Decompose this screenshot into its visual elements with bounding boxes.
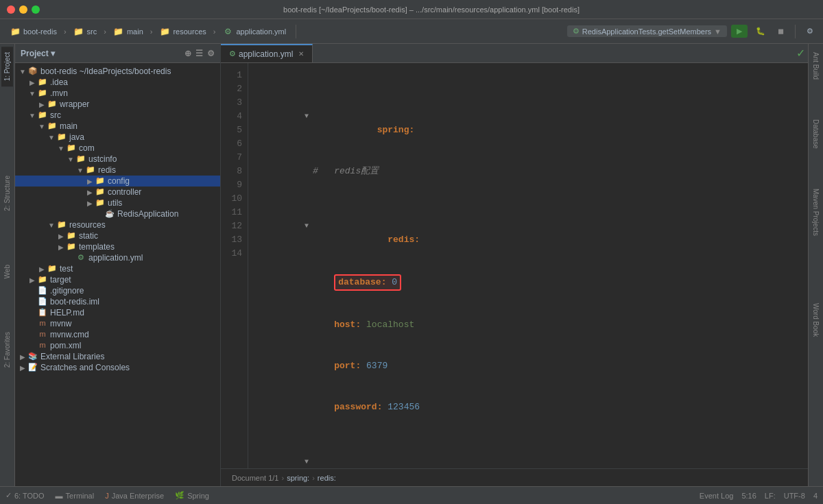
- tree-item-idea[interactable]: ▶ 📁 .idea: [15, 77, 220, 88]
- code-line-4: ▼ redis:: [259, 192, 797, 261]
- java-enterprise-button[interactable]: J Java Enterprise: [105, 492, 164, 500]
- cursor-position: 5:16: [741, 492, 756, 500]
- tree-item-src[interactable]: ▼ 📁 src: [15, 110, 220, 121]
- tree-item-gitignore[interactable]: ▶ 📄 .gitignore: [15, 285, 220, 296]
- run-button[interactable]: ▶: [731, 25, 748, 38]
- toolbar-src[interactable]: 📁 src: [69, 25, 102, 38]
- tree-item-config[interactable]: ▶ 📁 config: [15, 176, 220, 187]
- tree-item-controller[interactable]: ▶ 📁 controller: [15, 187, 220, 197]
- toolbar-main[interactable]: 📁 main: [109, 25, 147, 38]
- tree-item-pom[interactable]: ▶ m pom.xml: [15, 340, 220, 351]
- tree-item-static[interactable]: ▶ 📁 static: [15, 230, 220, 241]
- yaml-icon-toolbar: ⚙: [222, 26, 233, 37]
- sidebar-item-project[interactable]: 1: Project: [1, 47, 13, 86]
- toolbar-boot-redis[interactable]: 📁 boot-redis: [5, 25, 61, 38]
- tree-item-mvn[interactable]: ▼ 📁 .mvn: [15, 88, 220, 99]
- tab-close-button[interactable]: ✕: [298, 50, 304, 58]
- folder-icon-redis: 📁: [85, 165, 96, 175]
- encoding-indicator[interactable]: UTF-8: [784, 492, 805, 500]
- tree-item-test[interactable]: ▶ 📁 test: [15, 263, 220, 274]
- tree-item-target[interactable]: ▶ 📁 target: [15, 274, 220, 285]
- status-left-section: ✓ 6: TODO ▬ Terminal J Java Enterprise 🌿…: [5, 491, 689, 500]
- tree-item-wrapper[interactable]: ▶ 📁 wrapper: [15, 99, 220, 110]
- collapse-icon[interactable]: ☰: [195, 49, 203, 58]
- tree-arrow-utils: ▶: [85, 200, 95, 207]
- debug-button[interactable]: 🐛: [752, 25, 770, 37]
- tree-item-iml[interactable]: ▶ 📄 boot-redis.iml: [15, 296, 220, 307]
- minimize-button[interactable]: [19, 5, 27, 14]
- folder-icon-java: 📁: [56, 132, 67, 142]
- tree-item-application-yml[interactable]: ▶ ⚙ application.yml: [15, 252, 220, 263]
- event-log-button[interactable]: Event Log: [700, 492, 734, 500]
- folder-icon-config: 📁: [95, 176, 106, 186]
- tree-arrow-target: ▶: [27, 276, 37, 284]
- sidebar-item-web[interactable]: Web: [1, 259, 13, 284]
- yaml-file-icon: ⚙: [75, 253, 86, 263]
- folder-icon: 📁: [10, 26, 21, 37]
- tree-item-templates[interactable]: ▶ 📁 templates: [15, 241, 220, 252]
- spring-button[interactable]: 🌿 Spring: [175, 491, 209, 500]
- toolbar-yml[interactable]: ⚙ application.yml: [218, 25, 290, 38]
- folder-icon-test: 📁: [47, 264, 58, 274]
- line-separator[interactable]: LF:: [765, 492, 776, 500]
- tree-arrow-mvn: ▼: [27, 90, 37, 97]
- line-num-2: 2: [221, 82, 242, 96]
- sidebar-item-structure[interactable]: 2: Structure: [1, 170, 13, 217]
- tree-item-utils[interactable]: ▶ 📁 utils: [15, 197, 220, 208]
- stop-icon: ◼: [778, 27, 784, 36]
- project-tree: ▼ 📦 boot-redis ~/IdeaProjects/boot-redis…: [15, 63, 220, 486]
- run-config-icon: ⚙: [573, 27, 580, 36]
- toolbar-resources[interactable]: 📁 resources: [155, 25, 210, 38]
- editor-tabs: ⚙ application.yml ✕ ✓: [221, 44, 808, 63]
- bottom-statusbar: ✓ 6: TODO ▬ Terminal J Java Enterprise 🌿…: [0, 486, 823, 504]
- project-title: Project ▾: [21, 49, 184, 58]
- folder-icon-resources: 📁: [56, 220, 67, 230]
- tree-item-resources[interactable]: ▼ 📁 resources: [15, 219, 220, 230]
- tree-arrow-resources: ▼: [47, 221, 56, 229]
- tree-arrow-redis: ▼: [75, 167, 85, 174]
- window-controls[interactable]: [7, 5, 40, 14]
- run-config-selector[interactable]: ⚙ RedisApplicationTests.getSetMembers ▼: [567, 25, 727, 37]
- right-tab-wordbook[interactable]: Word Book: [810, 298, 822, 342]
- tree-item-mvnw[interactable]: ▶ m mvnw: [15, 318, 220, 329]
- breadcrumb-spring[interactable]: spring:: [287, 474, 309, 482]
- tree-arrow-templates: ▶: [56, 243, 66, 251]
- breadcrumb-redis[interactable]: redis:: [318, 474, 336, 482]
- toolbar-separator-2: [795, 25, 796, 38]
- maximize-button[interactable]: [32, 5, 40, 14]
- folder-icon-templates: 📁: [66, 242, 77, 252]
- close-button[interactable]: [7, 5, 15, 14]
- sidebar-item-favorites[interactable]: 2: Favorites: [1, 326, 13, 373]
- tree-item-redis-application[interactable]: ▶ ☕ RedisApplication: [15, 208, 220, 219]
- tree-item-com[interactable]: ▼ 📁 com: [15, 143, 220, 154]
- tree-item-redis[interactable]: ▼ 📁 redis: [15, 165, 220, 176]
- code-line-8: password: 123456: [259, 387, 797, 428]
- editor-tab-yml[interactable]: ⚙ application.yml ✕: [221, 44, 313, 62]
- tree-item-java[interactable]: ▼ 📁 java: [15, 132, 220, 143]
- xml-icon: m: [37, 341, 48, 350]
- stop-button[interactable]: ◼: [774, 25, 788, 37]
- tree-item-ustcinfo[interactable]: ▼ 📁 ustcinfo: [15, 154, 220, 165]
- terminal-button[interactable]: ▬ Terminal: [56, 492, 95, 500]
- code-editor[interactable]: ▼ spring: # redis配置 ▼ redis: database: 0…: [248, 63, 808, 468]
- right-tab-ant-build[interactable]: Ant Build: [810, 47, 822, 85]
- tree-item-scratches[interactable]: ▶ 📝 Scratches and Consoles: [15, 362, 220, 373]
- tree-item-help[interactable]: ▶ 📋 HELP.md: [15, 307, 220, 318]
- tree-item-main[interactable]: ▼ 📁 main: [15, 121, 220, 132]
- tree-item-mvnw-cmd[interactable]: ▶ m mvnw.cmd: [15, 329, 220, 340]
- settings-tree-icon[interactable]: ⚙: [207, 49, 215, 58]
- tree-item-boot-redis[interactable]: ▼ 📦 boot-redis ~/IdeaProjects/boot-redis: [15, 66, 220, 77]
- gear-icon: ⚙: [807, 27, 813, 36]
- todo-button[interactable]: ✓ 6: TODO: [5, 491, 45, 500]
- status-right-section: Event Log 5:16 LF: UTF-8 4: [700, 492, 818, 500]
- tree-item-external-libs[interactable]: ▶ 📚 External Libraries: [15, 351, 220, 362]
- breadcrumb-bar: Document 1/1 › spring: › redis:: [221, 468, 808, 486]
- line-num-8: 8: [221, 165, 242, 178]
- indent-indicator[interactable]: 4: [813, 492, 818, 500]
- locate-icon[interactable]: ⊕: [184, 49, 191, 58]
- line-num-9: 9: [221, 178, 242, 192]
- right-tab-database[interactable]: Database: [810, 114, 822, 154]
- settings-button[interactable]: ⚙: [802, 25, 818, 37]
- right-tab-maven[interactable]: Maven Projects: [810, 183, 822, 241]
- breadcrumb-sep-1: ›: [281, 474, 284, 482]
